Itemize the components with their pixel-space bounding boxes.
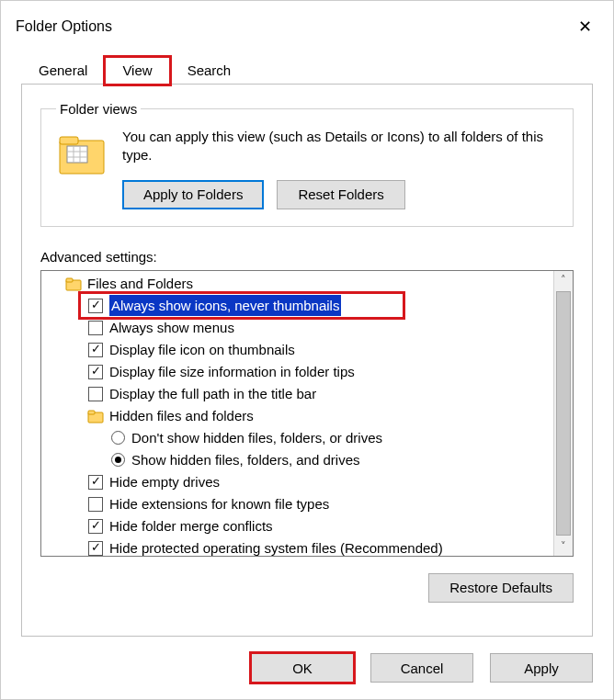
folder-options-window: Folder Options ✕ General View Search Fol… [0,0,614,700]
checkbox-icon[interactable] [87,518,104,535]
tree-item-label: Display file size information in folder … [109,361,355,382]
ok-button[interactable]: OK [251,653,354,683]
apply-to-folders-button[interactable]: Apply to Folders [122,180,264,209]
close-icon: ✕ [578,17,592,37]
scroll-thumb[interactable] [556,291,571,536]
scroll-down-button[interactable]: ˅ [554,537,573,556]
tree-item-full-path-title[interactable]: Display the full path in the title bar [45,383,553,405]
tree-item-label: Hide protected operating system files (R… [109,537,443,556]
tab-label: View [122,62,152,78]
svg-rect-1 [60,137,78,144]
checkbox-icon[interactable] [87,386,104,402]
folder-views-description: You can apply this view (such as Details… [122,128,558,165]
advanced-settings-label: Advanced settings: [40,249,574,265]
dialog-footer: OK Cancel Apply [1,637,613,699]
folder-icon [56,128,108,179]
tree-item-hide-protected-os[interactable]: Hide protected operating system files (R… [45,537,553,556]
radio-icon[interactable] [109,452,126,469]
close-button[interactable]: ✕ [571,13,598,40]
tab-search[interactable]: Search [170,57,249,85]
checkbox-icon[interactable] [87,496,104,513]
tree-item-always-icons[interactable]: Always show icons, never thumbnails [45,295,553,317]
button-label: Restore Defaults [449,580,552,595]
tree-group-hidden-files[interactable]: Hidden files and folders [45,405,553,427]
tree-item-hide-empty-drives[interactable]: Hide empty drives [45,471,553,493]
checkbox-icon[interactable] [87,364,104,380]
title-bar: Folder Options ✕ [1,1,613,43]
checkbox-icon[interactable] [87,320,104,336]
folder-group-icon [65,276,82,292]
content-area: General View Search Folder views [1,43,613,637]
tab-body-view: Folder views Yo [21,84,593,637]
button-label: Reset Folders [298,186,383,202]
apply-button[interactable]: Apply [490,653,593,683]
tree-item-label: Always show menus [109,317,234,338]
tree-list[interactable]: Files and Folders Always show icons, nev… [41,271,553,556]
folder-group-icon [87,408,104,424]
tree-item-label: Show hidden files, folders, and drives [131,449,359,470]
svg-rect-10 [88,411,95,414]
tree-item-hide-extensions[interactable]: Hide extensions for known file types [45,493,553,515]
tab-strip: General View Search [21,54,593,84]
tree-item-label: Hide folder merge conflicts [109,515,273,536]
tree-item-label: Hide extensions for known file types [109,493,329,514]
checkbox-icon[interactable] [87,474,104,491]
svg-rect-8 [66,278,73,282]
tree-scrollbar[interactable]: ˄ ˅ [553,271,573,556]
restore-defaults-button[interactable]: Restore Defaults [428,573,574,603]
window-title: Folder Options [16,18,112,35]
tree-item-label: Hide empty drives [109,471,220,492]
tree-item-label: Hidden files and folders [109,405,254,426]
svg-rect-2 [67,146,87,163]
tab-view[interactable]: View [105,57,169,85]
tree-item-label: Display file icon on thumbnails [109,339,295,360]
checkbox-icon[interactable] [87,298,104,314]
tree-item-label: Display the full path in the title bar [109,383,316,404]
checkbox-icon[interactable] [87,540,104,556]
tree-item-label: Don't show hidden files, folders, or dri… [131,427,382,448]
cancel-button[interactable]: Cancel [370,653,473,683]
tree-group-files-folders[interactable]: Files and Folders [45,273,553,295]
button-label: Apply to Folders [143,186,243,202]
reset-folders-button[interactable]: Reset Folders [277,180,404,209]
radio-icon[interactable] [109,430,126,446]
folder-views-legend: Folder views [56,101,141,117]
tree-item-hide-merge-conflicts[interactable]: Hide folder merge conflicts [45,515,553,537]
tree-item-dont-show-hidden[interactable]: Don't show hidden files, folders, or dri… [45,427,553,449]
tab-general[interactable]: General [21,57,105,85]
tab-label: General [39,62,87,78]
tree-item-file-size-tips[interactable]: Display file size information in folder … [45,361,553,383]
tree-item-label: Files and Folders [87,273,193,294]
scroll-up-button[interactable]: ˄ [554,271,573,289]
tree-item-show-hidden[interactable]: Show hidden files, folders, and drives [45,449,553,471]
button-label: OK [292,660,313,676]
tree-item-file-icon-thumb[interactable]: Display file icon on thumbnails [45,339,553,361]
advanced-settings-tree: Files and Folders Always show icons, nev… [40,270,574,557]
button-label: Cancel [401,660,444,676]
tree-item-always-menus[interactable]: Always show menus [45,317,553,339]
tree-item-label: Always show icons, never thumbnails [109,295,341,316]
checkbox-icon[interactable] [87,342,104,358]
tab-label: Search [188,62,232,78]
button-label: Apply [524,660,559,676]
chevron-down-icon: ˅ [561,540,566,552]
chevron-up-icon: ˄ [561,274,566,286]
folder-views-group: Folder views Yo [40,101,574,227]
